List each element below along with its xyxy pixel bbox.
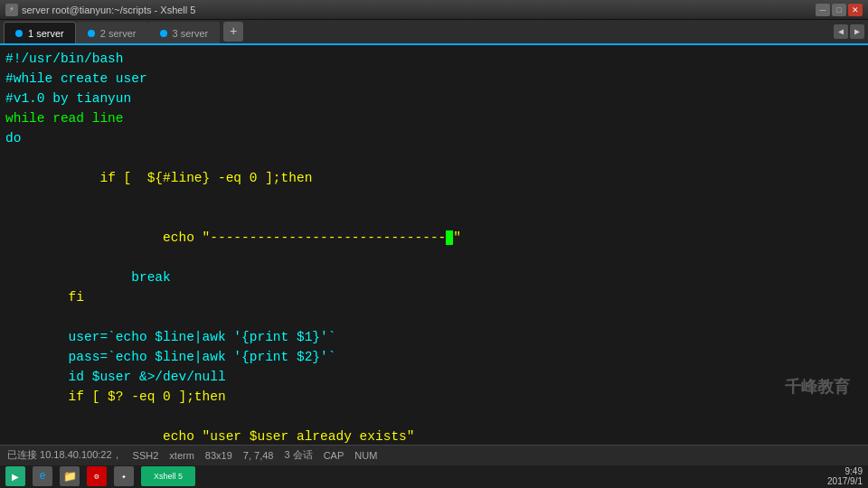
code-line-2: #while create user <box>5 69 863 89</box>
code-line-4: while read line <box>5 108 863 128</box>
tab-server-3[interactable]: 3 server <box>148 22 221 43</box>
titlebar: ⚡ server root@tianyun:~/scripts - Xshell… <box>0 0 868 20</box>
terminal-size: 83x19 <box>205 450 232 461</box>
statusbar-top: 已连接 10.18.40.100:22， SSH2 xterm 83x19 7,… <box>0 446 868 465</box>
date-display: 2017/9/1 <box>827 476 863 486</box>
tab-next-button[interactable]: ▶ <box>850 24 864 39</box>
folder-icon[interactable]: 📁 <box>60 466 80 486</box>
code-line-14: if [ $? -eq 0 ];then <box>5 387 863 407</box>
start-button[interactable]: ▶ <box>5 466 25 486</box>
tab-indicator-3 <box>160 30 167 37</box>
code-line-10 <box>5 307 863 327</box>
tabbar: 1 server 2 server 3 server + ◀ ▶ <box>0 20 868 45</box>
code-line-5: do <box>5 128 863 148</box>
tab-label-1: 1 server <box>28 28 64 39</box>
window-controls: ─ □ ✕ <box>816 4 863 16</box>
tab-navigation: ◀ ▶ <box>834 24 864 39</box>
app-icon-2[interactable]: ✦ <box>114 466 134 486</box>
code-line-7: echo "------------------------------" <box>5 208 863 267</box>
maximize-button[interactable]: □ <box>832 4 846 16</box>
tab-indicator-2 <box>88 30 95 37</box>
statusbar: 已连接 10.18.40.100:22， SSH2 xterm 83x19 7,… <box>0 445 868 488</box>
new-tab-button[interactable]: + <box>223 22 243 42</box>
code-line-15: echo "user $user already exists" <box>5 407 863 445</box>
taskbar-left: ▶ e 📁 ⚙ ✦ Xshell 5 <box>5 466 195 486</box>
terminal-area[interactable]: #!/usr/bin/bash #while create user #v1.0… <box>0 45 868 445</box>
close-button[interactable]: ✕ <box>848 4 863 16</box>
code-text-6: if [ ${#line} -eq 0 ];then <box>37 171 313 185</box>
minimize-button[interactable]: ─ <box>816 4 830 16</box>
session-count: 3 会话 <box>284 448 312 462</box>
ie-icon[interactable]: e <box>33 466 52 486</box>
code-line-9: fi <box>5 287 863 307</box>
code-line-12: pass=`echo $line|awk '{print $2}'` <box>5 347 863 367</box>
code-line-13: id $user &>/dev/null <box>5 367 863 387</box>
time-display: 9:49 <box>827 466 863 476</box>
app-icon-1[interactable]: ⚙ <box>87 466 107 486</box>
code-text-7a: echo "------------------------------ <box>37 230 446 245</box>
window-title: server root@tianyun:~/scripts - Xshell 5 <box>22 5 195 15</box>
system-clock: 9:49 2017/9/1 <box>827 466 863 486</box>
titlebar-left: ⚡ server root@tianyun:~/scripts - Xshell… <box>5 4 195 16</box>
tab-indicator <box>15 30 23 37</box>
cap-indicator: CAP <box>324 450 344 461</box>
code-line-6: if [ ${#line} -eq 0 ];then <box>5 148 863 208</box>
tab-server-1[interactable]: 1 server <box>4 22 76 43</box>
tab-label-2: 2 server <box>100 28 137 39</box>
terminal-type: xterm <box>169 450 194 461</box>
tab-server-2[interactable]: 2 server <box>76 22 148 43</box>
xshell-taskbar-button[interactable]: Xshell 5 <box>141 466 195 486</box>
code-line-1: #!/usr/bin/bash <box>5 49 863 69</box>
tab-prev-button[interactable]: ◀ <box>834 24 848 39</box>
cursor-loc: 7, 7,48 <box>243 450 274 461</box>
num-indicator: NUM <box>354 450 377 461</box>
tab-label-3: 3 server <box>173 28 209 39</box>
code-line-11: user=`echo $line|awk '{print $1}'` <box>5 327 863 347</box>
ssh-version: SSH2 <box>133 450 159 461</box>
code-text-7b: " <box>453 230 461 245</box>
taskbar: ▶ e 📁 ⚙ ✦ Xshell 5 9:49 2017/9/1 <box>0 465 868 488</box>
app-icon: ⚡ <box>5 4 18 16</box>
connection-info: 已连接 10.18.40.100:22， <box>7 448 122 462</box>
code-text-15: echo "user $user already exists" <box>37 429 415 444</box>
code-line-8: break <box>5 267 863 287</box>
code-line-3: #v1.0 by tianyun <box>5 89 863 108</box>
